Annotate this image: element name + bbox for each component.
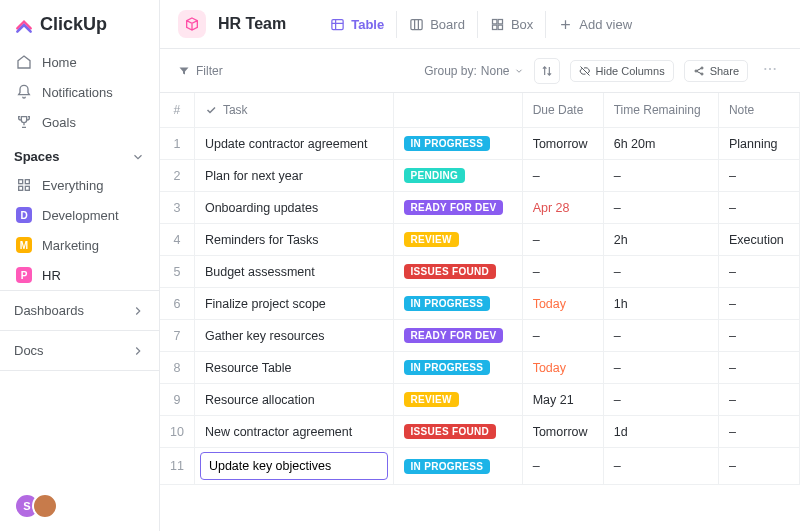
col-index[interactable]: #	[160, 93, 194, 128]
nav-docs[interactable]: Docs	[0, 331, 159, 371]
cell-time[interactable]: 2h	[603, 224, 718, 256]
nav-goals[interactable]: Goals	[6, 107, 153, 137]
cell-time[interactable]: –	[603, 448, 718, 485]
nav-notifications[interactable]: Notifications	[6, 77, 153, 107]
cell-status[interactable]: IN PROGRESS	[393, 448, 522, 485]
table-row[interactable]: 11IN PROGRESS–––	[160, 448, 800, 485]
status-badge[interactable]: ISSUES FOUND	[404, 264, 497, 279]
cell-task[interactable]: Resource Table	[194, 352, 393, 384]
cell-time[interactable]: 1d	[603, 416, 718, 448]
cell-due[interactable]: –	[522, 320, 603, 352]
cell-time[interactable]: –	[603, 256, 718, 288]
cell-note[interactable]: –	[718, 160, 799, 192]
cell-status[interactable]: IN PROGRESS	[393, 128, 522, 160]
table-row[interactable]: 10New contractor agreementISSUES FOUNDTo…	[160, 416, 800, 448]
cell-task[interactable]: Resource allocation	[194, 384, 393, 416]
cell-note[interactable]: –	[718, 384, 799, 416]
cell-task[interactable]: Onboarding updates	[194, 192, 393, 224]
cell-task[interactable]: Reminders for Tasks	[194, 224, 393, 256]
cell-status[interactable]: REVIEW	[393, 224, 522, 256]
share-button[interactable]: Share	[684, 60, 748, 82]
view-tab-add-view[interactable]: Add view	[545, 11, 644, 38]
user-avatars[interactable]: S	[0, 481, 159, 531]
table-container[interactable]: # Task Due Date Time Remaining Note	[160, 93, 800, 531]
cell-due[interactable]: May 21	[522, 384, 603, 416]
cell-task[interactable]: Update contractor agreement	[194, 128, 393, 160]
view-tab-box[interactable]: Box	[477, 11, 545, 38]
cell-due[interactable]: Apr 28	[522, 192, 603, 224]
cell-note[interactable]: –	[718, 288, 799, 320]
table-row[interactable]: 2Plan for next yearPENDING–––	[160, 160, 800, 192]
groupby-dropdown[interactable]: Group by: None	[424, 64, 523, 78]
table-row[interactable]: 4Reminders for TasksREVIEW–2hExecution	[160, 224, 800, 256]
col-task[interactable]: Task	[194, 93, 393, 128]
status-badge[interactable]: IN PROGRESS	[404, 296, 491, 311]
cell-due[interactable]: –	[522, 448, 603, 485]
filter-button[interactable]: Filter	[178, 64, 223, 78]
cell-status[interactable]: REVIEW	[393, 384, 522, 416]
cell-time[interactable]: –	[603, 160, 718, 192]
col-due[interactable]: Due Date	[522, 93, 603, 128]
table-row[interactable]: 7Gather key resourcesREADY FOR DEV–––	[160, 320, 800, 352]
cell-status[interactable]: ISSUES FOUND	[393, 256, 522, 288]
cell-task[interactable]: Finalize project scope	[194, 288, 393, 320]
status-badge[interactable]: READY FOR DEV	[404, 200, 504, 215]
cell-due[interactable]: –	[522, 256, 603, 288]
table-row[interactable]: 6Finalize project scopeIN PROGRESSToday1…	[160, 288, 800, 320]
sidebar-space-hr[interactable]: PHR	[6, 260, 153, 290]
cell-note[interactable]: Planning	[718, 128, 799, 160]
cell-status[interactable]: READY FOR DEV	[393, 192, 522, 224]
sidebar-space-everything[interactable]: Everything	[6, 170, 153, 200]
sort-button[interactable]	[534, 58, 560, 84]
col-status[interactable]	[393, 93, 522, 128]
cell-status[interactable]: IN PROGRESS	[393, 352, 522, 384]
space-badge[interactable]	[178, 10, 206, 38]
more-menu[interactable]	[758, 57, 782, 84]
cell-note[interactable]: –	[718, 320, 799, 352]
cell-note[interactable]: Execution	[718, 224, 799, 256]
cell-task[interactable]: New contractor agreement	[194, 416, 393, 448]
hide-columns-button[interactable]: Hide Columns	[570, 60, 674, 82]
status-badge[interactable]: PENDING	[404, 168, 466, 183]
status-badge[interactable]: IN PROGRESS	[404, 459, 491, 474]
cell-status[interactable]: IN PROGRESS	[393, 288, 522, 320]
cell-due[interactable]: Today	[522, 288, 603, 320]
status-badge[interactable]: REVIEW	[404, 392, 459, 407]
cell-status[interactable]: PENDING	[393, 160, 522, 192]
cell-time[interactable]: 6h 20m	[603, 128, 718, 160]
cell-note[interactable]: –	[718, 448, 799, 485]
brand-logo[interactable]: ClickUp	[0, 0, 159, 45]
table-row[interactable]: 9Resource allocationREVIEWMay 21––	[160, 384, 800, 416]
cell-due[interactable]: Tomorrow	[522, 416, 603, 448]
cell-status[interactable]: ISSUES FOUND	[393, 416, 522, 448]
cell-due[interactable]: Today	[522, 352, 603, 384]
cell-note[interactable]: –	[718, 352, 799, 384]
avatar[interactable]	[32, 493, 58, 519]
task-input[interactable]	[200, 452, 388, 480]
table-row[interactable]: 5Budget assessmentISSUES FOUND–––	[160, 256, 800, 288]
table-row[interactable]: 3Onboarding updatesREADY FOR DEVApr 28––	[160, 192, 800, 224]
cell-task[interactable]: Plan for next year	[194, 160, 393, 192]
cell-due[interactable]: –	[522, 224, 603, 256]
status-badge[interactable]: READY FOR DEV	[404, 328, 504, 343]
nav-dashboards[interactable]: Dashboards	[0, 291, 159, 331]
col-time[interactable]: Time Remaining	[603, 93, 718, 128]
cell-due[interactable]: Tomorrow	[522, 128, 603, 160]
cell-task[interactable]	[194, 448, 393, 485]
cell-note[interactable]: –	[718, 416, 799, 448]
cell-due[interactable]: –	[522, 160, 603, 192]
cell-status[interactable]: READY FOR DEV	[393, 320, 522, 352]
sidebar-space-development[interactable]: DDevelopment	[6, 200, 153, 230]
view-tab-board[interactable]: Board	[396, 11, 477, 38]
cell-time[interactable]: 1h	[603, 288, 718, 320]
sidebar-space-marketing[interactable]: MMarketing	[6, 230, 153, 260]
cell-time[interactable]: –	[603, 384, 718, 416]
cell-time[interactable]: –	[603, 320, 718, 352]
cell-time[interactable]: –	[603, 352, 718, 384]
cell-task[interactable]: Gather key resources	[194, 320, 393, 352]
cell-note[interactable]: –	[718, 256, 799, 288]
cell-note[interactable]: –	[718, 192, 799, 224]
status-badge[interactable]: ISSUES FOUND	[404, 424, 497, 439]
cell-task[interactable]: Budget assessment	[194, 256, 393, 288]
status-badge[interactable]: REVIEW	[404, 232, 459, 247]
